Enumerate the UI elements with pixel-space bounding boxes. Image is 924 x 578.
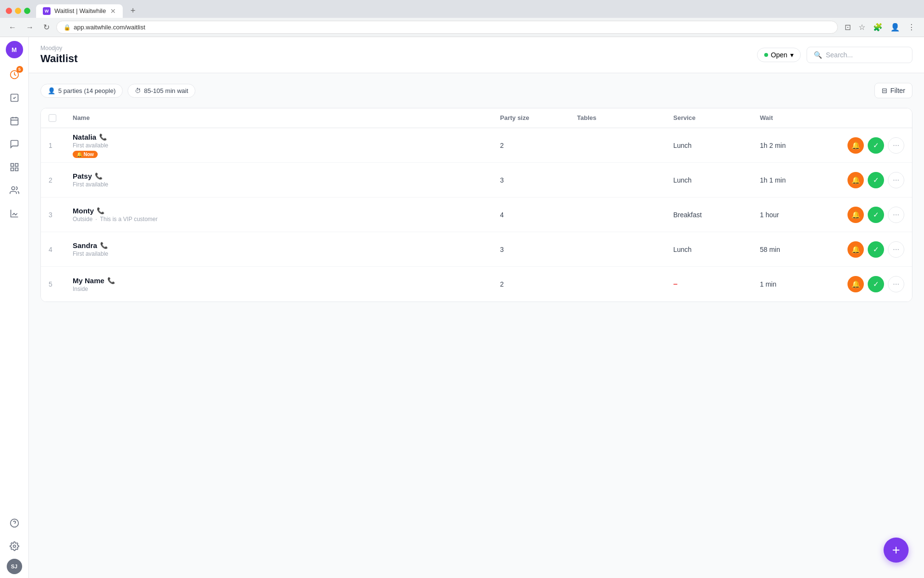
seat-button[interactable]: ✓: [868, 172, 884, 188]
notify-button[interactable]: 🔔: [847, 172, 864, 188]
more-button[interactable]: ···: [888, 172, 904, 188]
notify-button[interactable]: 🔔: [847, 276, 864, 292]
sidebar-item-calendar[interactable]: [4, 110, 25, 131]
cast-icon[interactable]: ⊡: [842, 21, 854, 34]
row-actions: 🔔 ✓ ···: [837, 207, 904, 223]
content-area: 👤 5 parties (14 people) ⏱ 85-105 min wai…: [29, 73, 924, 578]
row-name-block: Natalia 📞 First available 🔔 Now: [73, 133, 500, 158]
notify-button[interactable]: 🔔: [847, 241, 864, 258]
maximize-dot[interactable]: [24, 8, 30, 14]
wait-cell: 58 min: [760, 246, 837, 253]
svg-rect-3: [11, 164, 13, 167]
sidebar-logo-avatar[interactable]: M: [6, 41, 23, 58]
address-bar[interactable]: 🔒 app.waitwhile.com/waitlist: [56, 21, 838, 34]
tab-favicon: W: [43, 7, 51, 15]
status-badge[interactable]: Open ▾: [757, 48, 801, 62]
stats-left: 👤 5 parties (14 people) ⏱ 85-105 min wai…: [40, 84, 195, 98]
row-number: 1: [49, 142, 73, 149]
status-chevron-icon: ▾: [790, 51, 794, 59]
menu-icon[interactable]: ⋮: [905, 21, 918, 34]
bookmark-icon[interactable]: ☆: [856, 21, 868, 34]
th-wait: Wait: [760, 114, 837, 122]
row-name: Patsy 📞: [73, 172, 500, 180]
url-text: app.waitwhile.com/waitlist: [74, 24, 145, 31]
row-number: 4: [49, 246, 73, 253]
settings-icon: [10, 541, 19, 551]
parties-label: 5 parties (14 people): [58, 87, 116, 94]
profile-icon[interactable]: 👤: [887, 21, 903, 34]
user-avatar[interactable]: SJ: [7, 559, 22, 574]
row-name-block: Patsy 📞 First available: [73, 172, 500, 188]
more-button[interactable]: ···: [888, 207, 904, 223]
select-all-checkbox[interactable]: [49, 114, 56, 122]
sidebar-item-help[interactable]: [4, 512, 25, 534]
sidebar-item-checkmark[interactable]: [4, 87, 25, 108]
checkmark-icon: [10, 93, 19, 103]
service-cell: Lunch: [673, 142, 760, 149]
sidebar: M 5: [0, 37, 29, 578]
row-number: 3: [49, 211, 73, 219]
browser-dots: [6, 8, 30, 14]
main-content: Moodjoy Waitlist Open ▾ 🔍 Search...: [29, 37, 924, 578]
page-header: Moodjoy Waitlist Open ▾ 🔍 Search...: [29, 37, 924, 73]
seat-button[interactable]: ✓: [868, 276, 884, 292]
extensions-icon[interactable]: 🧩: [870, 21, 886, 34]
filter-button[interactable]: ⊟ Filter: [874, 83, 912, 98]
lock-icon: 🔒: [64, 24, 71, 31]
svg-rect-2: [11, 118, 18, 125]
svg-rect-4: [15, 164, 18, 167]
row-subtitle: First available: [73, 250, 500, 257]
close-dot[interactable]: [6, 8, 12, 14]
browser-toolbar: ← → ↻ 🔒 app.waitwhile.com/waitlist ⊡ ☆ 🧩…: [0, 18, 924, 37]
add-button[interactable]: +: [884, 538, 909, 563]
service-cell: Lunch: [673, 176, 760, 184]
forward-button[interactable]: →: [23, 21, 37, 34]
table-row: 5 My Name 📞 Inside 2 – 1 min 🔔 ✓: [41, 267, 912, 302]
service-cell: Breakfast: [673, 211, 760, 219]
row-actions: 🔔 ✓ ···: [837, 137, 904, 154]
party-size: 3: [500, 176, 577, 184]
seat-button[interactable]: ✓: [868, 137, 884, 154]
more-button[interactable]: ···: [888, 137, 904, 154]
notify-button[interactable]: 🔔: [847, 207, 864, 223]
notify-button[interactable]: 🔔: [847, 137, 864, 154]
clock-icon-small: ⏱: [135, 87, 141, 94]
sidebar-item-settings[interactable]: [4, 536, 25, 557]
search-placeholder: Search...: [826, 51, 853, 59]
sidebar-item-clock[interactable]: 5: [4, 64, 25, 85]
reload-button[interactable]: ↻: [40, 21, 52, 34]
row-name: Sandra 📞: [73, 241, 500, 250]
sidebar-item-people[interactable]: [4, 180, 25, 201]
row-name-block: Monty 📞 Outside · This is a VIP customer: [73, 207, 500, 223]
row-subtitle: Outside · This is a VIP customer: [73, 216, 500, 223]
more-button[interactable]: ···: [888, 276, 904, 292]
header-left: Moodjoy Waitlist: [40, 45, 77, 65]
phone-icon: 📞: [107, 277, 115, 284]
new-tab-button[interactable]: +: [127, 4, 140, 18]
seat-button[interactable]: ✓: [868, 207, 884, 223]
wait-cell: 1 hour: [760, 211, 837, 219]
vip-label: This is a VIP customer: [100, 216, 158, 223]
sidebar-item-chat[interactable]: [4, 133, 25, 155]
now-badge: 🔔 Now: [73, 151, 98, 158]
minimize-dot[interactable]: [15, 8, 21, 14]
row-number: 5: [49, 280, 73, 288]
seat-button[interactable]: ✓: [868, 241, 884, 258]
sidebar-item-analytics[interactable]: [4, 203, 25, 224]
toolbar-actions: ⊡ ☆ 🧩 👤 ⋮: [842, 21, 918, 34]
tab-close-button[interactable]: ✕: [110, 7, 116, 15]
help-icon: [10, 518, 19, 528]
svg-point-7: [12, 187, 15, 190]
row-subtitle: First available: [73, 181, 500, 188]
customer-name: Natalia: [73, 133, 96, 141]
search-bar[interactable]: 🔍 Search...: [807, 47, 912, 63]
back-button[interactable]: ←: [6, 21, 19, 34]
table-row: 4 Sandra 📞 First available 3 Lunch 58 mi…: [41, 232, 912, 267]
svg-rect-5: [11, 168, 13, 171]
phone-icon: 📞: [95, 172, 103, 180]
sidebar-item-apps[interactable]: [4, 157, 25, 178]
browser-tab[interactable]: W Waitlist | Waitwhile ✕: [36, 4, 123, 18]
service-cell: –: [673, 280, 760, 289]
more-button[interactable]: ···: [888, 241, 904, 258]
party-size: 3: [500, 246, 577, 253]
